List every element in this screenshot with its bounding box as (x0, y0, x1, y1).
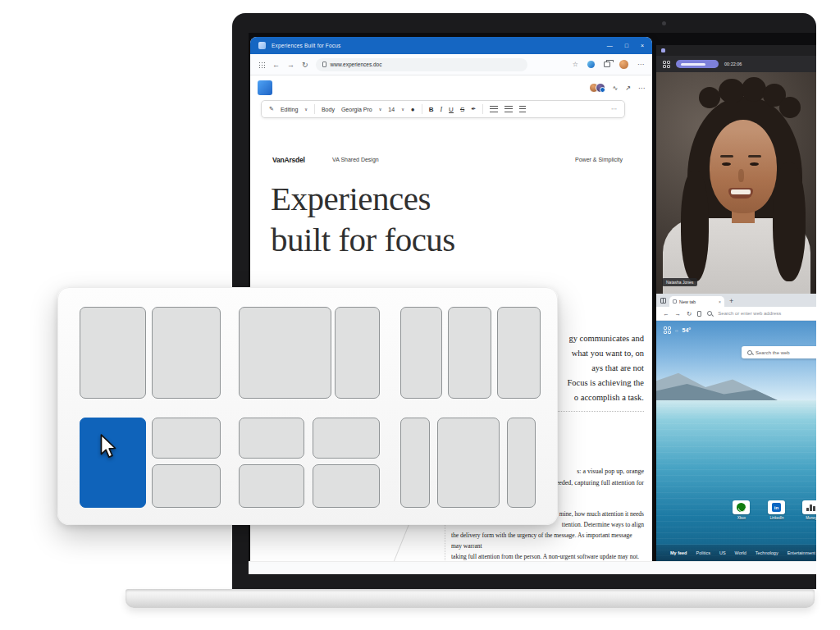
feed-tab-entertainment[interactable]: Entertainment (788, 550, 815, 555)
feed-tab-politics[interactable]: Politics (696, 550, 710, 555)
underline-button[interactable]: U (449, 106, 454, 113)
strikethrough-button[interactable]: S (460, 106, 464, 113)
feed-tab-world[interactable]: World (735, 550, 746, 555)
cursor-icon (98, 434, 119, 460)
snap-cell[interactable] (239, 418, 304, 459)
edge-address-bar: ← → ↻ Search or enter web address (656, 307, 816, 321)
weather-widget[interactable]: ☼ 54° (664, 326, 691, 334)
ink-pen-icon[interactable]: ✒ (471, 106, 476, 112)
window-titlebar[interactable]: Experiences Built for Focus — □ × (250, 37, 652, 54)
share-icon[interactable]: ↗ (625, 84, 631, 92)
address-bar[interactable]: www.experiences.doc (316, 58, 527, 71)
snap-cell-selected[interactable] (80, 418, 146, 508)
numbered-list-icon[interactable] (504, 106, 513, 112)
more-options-icon[interactable]: ⋯ (638, 84, 645, 92)
search-placeholder: Search the web (756, 350, 790, 355)
edge-window[interactable]: New tab × + ← → ↻ Search or enter web ad… (656, 294, 816, 561)
tab-title: New tab (679, 299, 696, 304)
participant-face (710, 120, 777, 213)
new-tab-page: ☼ 54° Search the web Xbox in LinkedIn Mo… (656, 321, 816, 561)
snap-cell[interactable] (152, 418, 221, 459)
new-tab-button[interactable]: + (729, 297, 733, 305)
snap-cell[interactable] (239, 307, 331, 399)
formatting-toolbar: ✎ Editing ∨ Body Georgia Pro ∨ 14 ∨ ● B … (261, 100, 625, 118)
meeting-window[interactable]: 00:22:06 Natasha (656, 45, 816, 294)
favorites-icon[interactable]: ☆ (573, 61, 578, 68)
address-placeholder[interactable]: Search or enter web address (718, 311, 781, 316)
maximize-icon[interactable]: □ (625, 43, 628, 48)
editing-mode-button[interactable]: Editing (281, 107, 298, 112)
weather-temp: 54° (682, 327, 692, 333)
layout-grid-icon[interactable] (664, 326, 671, 334)
quick-link-xbox[interactable] (733, 500, 750, 514)
align-icon[interactable] (519, 106, 526, 112)
snap-cell[interactable] (497, 307, 541, 399)
quick-link-money[interactable] (802, 500, 816, 514)
snap-layouts-panel (57, 287, 558, 525)
italic-button[interactable]: I (440, 106, 442, 113)
snap-cell[interactable] (400, 418, 430, 508)
snap-cell[interactable] (313, 418, 380, 459)
tab-favicon (673, 299, 677, 304)
page-icon (697, 311, 701, 317)
font-color-icon[interactable]: ● (411, 106, 415, 113)
snap-cell[interactable] (239, 464, 304, 508)
marketing-scene: Experiences Built for Focus — □ × ← → ↻ … (0, 0, 840, 630)
refresh-icon[interactable]: ↻ (687, 310, 692, 317)
feed-tab-technology[interactable]: Technology (756, 550, 778, 555)
news-feed-nav: My feed Politics US World Technology Ent… (656, 545, 816, 561)
back-icon[interactable]: ← (663, 310, 669, 317)
gallery-view-icon[interactable] (663, 61, 670, 68)
snap-cell[interactable] (448, 307, 491, 399)
font-select[interactable]: Georgia Pro (341, 107, 372, 112)
style-select[interactable]: Body (322, 107, 335, 112)
snap-cell[interactable] (400, 307, 442, 399)
forward-icon[interactable]: → (675, 310, 682, 317)
quick-link-linkedin[interactable]: in (768, 500, 785, 514)
minimize-icon[interactable]: — (607, 43, 613, 48)
bold-button[interactable]: B (429, 106, 434, 113)
tab-actions-icon[interactable] (660, 298, 666, 304)
tab-strip: New tab × + (656, 294, 816, 307)
font-size-select[interactable]: 14 (388, 107, 395, 112)
quick-link-label: Xbox (725, 516, 758, 520)
more-menu-icon[interactable]: ⋯ (637, 61, 644, 68)
word-logo-icon[interactable] (258, 80, 272, 95)
meeting-status-pill (676, 60, 719, 68)
edit-pencil-icon: ✎ (269, 106, 274, 112)
chevron-down-icon[interactable]: ∨ (379, 107, 382, 112)
snap-cell[interactable] (152, 307, 221, 399)
address-url: www.experiences.doc (331, 62, 382, 67)
profile-avatar[interactable] (619, 60, 628, 69)
meeting-titlebar[interactable] (656, 45, 816, 56)
web-search-box[interactable]: Search the web (742, 346, 816, 358)
snap-cell[interactable] (152, 464, 221, 508)
doc-paragraph-4: the delivery form with the urgency of th… (451, 530, 644, 561)
snap-cell[interactable] (313, 464, 380, 508)
snap-cell[interactable] (507, 418, 536, 508)
chevron-down-icon[interactable]: ∨ (304, 107, 308, 112)
bullet-list-icon[interactable] (490, 106, 498, 112)
word-app-bar: ∿ ↗ ⋯ (250, 76, 652, 99)
chevron-down-icon[interactable]: ∨ (401, 107, 404, 112)
forward-icon[interactable]: → (287, 61, 294, 69)
snap-cell[interactable] (80, 307, 146, 399)
ribbon-more-icon[interactable]: ⋯ (611, 106, 617, 112)
apps-grid-icon[interactable] (258, 62, 265, 68)
browser-essentials-icon[interactable] (587, 61, 595, 68)
activity-icon[interactable]: ∿ (613, 84, 619, 92)
collaborator-avatars[interactable] (589, 83, 605, 93)
document-file-icon (322, 62, 326, 67)
back-icon[interactable]: ← (272, 61, 280, 69)
close-icon[interactable]: × (641, 43, 644, 48)
collections-icon[interactable] (604, 62, 610, 67)
snap-cell[interactable] (437, 418, 500, 508)
doc-header-center: VA Shared Design (332, 157, 379, 162)
meeting-timer: 00:22:06 (724, 62, 742, 66)
snap-cell[interactable] (335, 307, 380, 399)
tab-new-tab[interactable]: New tab × (669, 296, 724, 307)
feed-tab-my-feed[interactable]: My feed (670, 550, 687, 555)
refresh-icon[interactable]: ↻ (302, 61, 308, 69)
feed-tab-us[interactable]: US (719, 550, 726, 555)
close-tab-icon[interactable]: × (719, 299, 721, 304)
